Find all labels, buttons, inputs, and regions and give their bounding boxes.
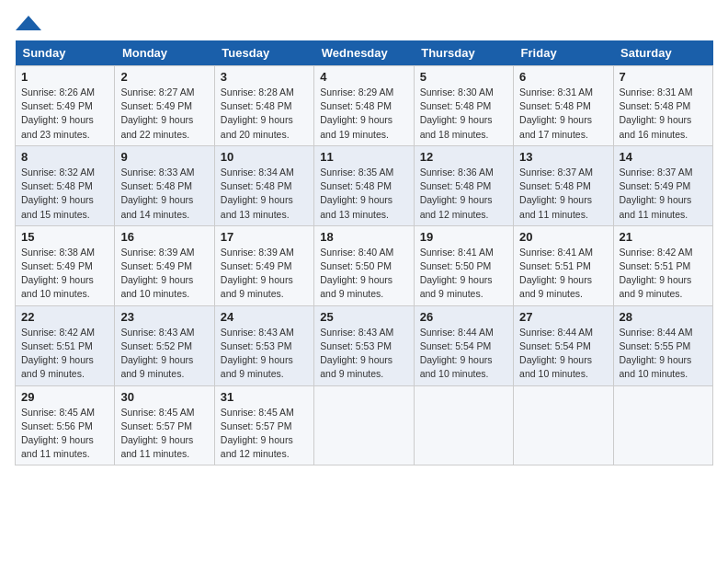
day-number: 18: [320, 230, 407, 244]
sunrise-label: Sunrise: 8:44 AM: [620, 327, 693, 338]
sunset-label: Sunset: 5:48 PM: [21, 180, 93, 191]
sunrise-label: Sunrise: 8:43 AM: [120, 327, 194, 338]
calendar-cell: 29Sunrise: 8:45 AMSunset: 5:56 PMDayligh…: [16, 385, 115, 465]
calendar-cell: 16Sunrise: 8:39 AMSunset: 5:49 PMDayligh…: [115, 225, 214, 305]
daylight-label: Daylight: 9 hours and 11 minutes.: [519, 194, 592, 219]
sunrise-label: Sunrise: 8:42 AM: [21, 327, 95, 338]
sunrise-label: Sunrise: 8:31 AM: [519, 86, 593, 98]
sunset-label: Sunset: 5:49 PM: [620, 180, 691, 191]
day-number: 24: [221, 310, 308, 324]
sunrise-label: Sunrise: 8:40 AM: [320, 247, 393, 258]
daylight-label: Daylight: 9 hours and 9 minutes.: [221, 354, 293, 379]
day-number: 4: [320, 70, 407, 84]
sunrise-label: Sunrise: 8:36 AM: [420, 167, 494, 178]
day-info: Sunrise: 8:29 AMSunset: 5:48 PMDaylight:…: [320, 86, 407, 142]
day-info: Sunrise: 8:41 AMSunset: 5:50 PMDaylight:…: [420, 246, 507, 302]
calendar-header-tuesday: Tuesday: [214, 40, 313, 66]
daylight-label: Daylight: 9 hours and 10 minutes.: [21, 274, 94, 299]
sunrise-label: Sunrise: 8:32 AM: [21, 167, 95, 178]
sunrise-label: Sunrise: 8:44 AM: [519, 327, 593, 338]
day-number: 17: [221, 230, 308, 244]
sunset-label: Sunset: 5:53 PM: [320, 340, 392, 351]
daylight-label: Daylight: 9 hours and 23 minutes.: [21, 114, 94, 139]
sunrise-label: Sunrise: 8:43 AM: [221, 327, 294, 338]
day-info: Sunrise: 8:40 AMSunset: 5:50 PMDaylight:…: [320, 246, 407, 302]
calendar-cell: [613, 385, 712, 465]
sunrise-label: Sunrise: 8:39 AM: [221, 247, 294, 258]
calendar-cell: 18Sunrise: 8:40 AMSunset: 5:50 PMDayligh…: [314, 225, 414, 305]
calendar-cell: 22Sunrise: 8:42 AMSunset: 5:51 PMDayligh…: [16, 305, 115, 385]
day-number: 31: [221, 390, 308, 404]
sunset-label: Sunset: 5:48 PM: [320, 180, 392, 191]
day-number: 15: [21, 230, 108, 244]
daylight-label: Daylight: 9 hours and 9 minutes.: [21, 354, 94, 379]
calendar-cell: 9Sunrise: 8:33 AMSunset: 5:48 PMDaylight…: [115, 145, 214, 225]
day-info: Sunrise: 8:35 AMSunset: 5:48 PMDaylight:…: [320, 166, 407, 222]
calendar-week-1: 1Sunrise: 8:26 AMSunset: 5:49 PMDaylight…: [16, 66, 713, 146]
sunset-label: Sunset: 5:56 PM: [21, 420, 93, 431]
sunset-label: Sunset: 5:51 PM: [620, 260, 691, 271]
day-number: 8: [21, 150, 108, 164]
sunset-label: Sunset: 5:57 PM: [120, 420, 192, 431]
calendar-cell: 28Sunrise: 8:44 AMSunset: 5:55 PMDayligh…: [613, 305, 712, 385]
daylight-label: Daylight: 9 hours and 10 minutes.: [620, 354, 692, 379]
calendar-cell: 19Sunrise: 8:41 AMSunset: 5:50 PMDayligh…: [414, 225, 513, 305]
day-info: Sunrise: 8:43 AMSunset: 5:52 PMDaylight:…: [120, 326, 208, 382]
calendar-header-wednesday: Wednesday: [314, 40, 414, 66]
daylight-label: Daylight: 9 hours and 10 minutes.: [420, 354, 493, 379]
day-number: 19: [420, 230, 507, 244]
sunset-label: Sunset: 5:48 PM: [221, 180, 292, 191]
day-info: Sunrise: 8:31 AMSunset: 5:48 PMDaylight:…: [519, 86, 607, 142]
sunset-label: Sunset: 5:48 PM: [620, 100, 691, 111]
daylight-label: Daylight: 9 hours and 12 minutes.: [221, 434, 293, 459]
sunrise-label: Sunrise: 8:29 AM: [320, 86, 393, 98]
sunset-label: Sunset: 5:49 PM: [21, 260, 93, 271]
calendar-cell: [314, 385, 414, 465]
day-info: Sunrise: 8:39 AMSunset: 5:49 PMDaylight:…: [120, 246, 208, 302]
day-info: Sunrise: 8:27 AMSunset: 5:49 PMDaylight:…: [120, 86, 208, 142]
day-number: 29: [21, 390, 108, 404]
day-number: 16: [120, 230, 208, 244]
sunrise-label: Sunrise: 8:41 AM: [420, 247, 494, 258]
sunrise-label: Sunrise: 8:27 AM: [120, 86, 194, 98]
logo: [15, 15, 42, 33]
calendar-cell: 15Sunrise: 8:38 AMSunset: 5:49 PMDayligh…: [16, 225, 115, 305]
daylight-label: Daylight: 9 hours and 11 minutes.: [21, 434, 94, 459]
day-info: Sunrise: 8:45 AMSunset: 5:57 PMDaylight:…: [120, 406, 208, 462]
calendar-cell: 7Sunrise: 8:31 AMSunset: 5:48 PMDaylight…: [613, 66, 712, 146]
day-info: Sunrise: 8:44 AMSunset: 5:54 PMDaylight:…: [519, 326, 607, 382]
day-info: Sunrise: 8:43 AMSunset: 5:53 PMDaylight:…: [221, 326, 308, 382]
sunset-label: Sunset: 5:49 PM: [21, 100, 93, 111]
daylight-label: Daylight: 9 hours and 13 minutes.: [221, 194, 293, 219]
calendar-cell: 13Sunrise: 8:37 AMSunset: 5:48 PMDayligh…: [514, 145, 613, 225]
day-number: 11: [320, 150, 407, 164]
sunset-label: Sunset: 5:49 PM: [221, 260, 292, 271]
sunrise-label: Sunrise: 8:45 AM: [221, 407, 294, 418]
day-number: 26: [420, 310, 507, 324]
sunrise-label: Sunrise: 8:35 AM: [320, 167, 393, 178]
day-number: 27: [519, 310, 607, 324]
calendar-cell: 25Sunrise: 8:43 AMSunset: 5:53 PMDayligh…: [314, 305, 414, 385]
sunrise-label: Sunrise: 8:28 AM: [221, 86, 294, 98]
header: [15, 15, 713, 33]
daylight-label: Daylight: 9 hours and 17 minutes.: [519, 114, 592, 139]
sunset-label: Sunset: 5:53 PM: [221, 340, 292, 351]
sunrise-label: Sunrise: 8:39 AM: [120, 247, 194, 258]
day-info: Sunrise: 8:39 AMSunset: 5:49 PMDaylight:…: [221, 246, 308, 302]
day-info: Sunrise: 8:30 AMSunset: 5:48 PMDaylight:…: [420, 86, 507, 142]
sunset-label: Sunset: 5:48 PM: [221, 100, 292, 111]
daylight-label: Daylight: 9 hours and 10 minutes.: [519, 354, 592, 379]
day-info: Sunrise: 8:26 AMSunset: 5:49 PMDaylight:…: [21, 86, 108, 142]
day-number: 5: [420, 70, 507, 84]
day-number: 22: [21, 310, 108, 324]
day-number: 14: [620, 150, 707, 164]
calendar-cell: 24Sunrise: 8:43 AMSunset: 5:53 PMDayligh…: [214, 305, 313, 385]
sunrise-label: Sunrise: 8:41 AM: [519, 247, 593, 258]
calendar-cell: [414, 385, 513, 465]
day-number: 20: [519, 230, 607, 244]
sunrise-label: Sunrise: 8:42 AM: [620, 247, 693, 258]
calendar-cell: 31Sunrise: 8:45 AMSunset: 5:57 PMDayligh…: [214, 385, 313, 465]
sunset-label: Sunset: 5:51 PM: [519, 260, 591, 271]
day-info: Sunrise: 8:44 AMSunset: 5:55 PMDaylight:…: [620, 326, 707, 382]
calendar-cell: 4Sunrise: 8:29 AMSunset: 5:48 PMDaylight…: [314, 66, 414, 146]
